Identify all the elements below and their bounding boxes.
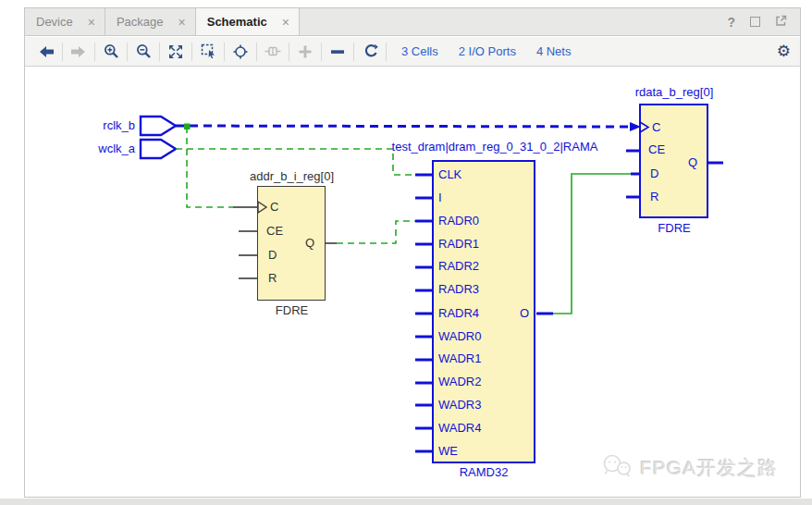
cell-type-addr-reg: FDRE — [258, 304, 326, 317]
zoom-selection-button[interactable] — [192, 40, 224, 64]
watermark-text: FPGA开发之路 — [640, 455, 778, 481]
cells-link[interactable]: 3 Cells — [401, 44, 438, 58]
wechat-logo-icon — [601, 453, 633, 483]
pin-label-rdata-ce: CE — [648, 143, 665, 156]
pin-label-ram-radr3: RADR3 — [438, 283, 479, 296]
autofit-selection-button[interactable] — [225, 40, 256, 64]
add-button[interactable] — [289, 40, 321, 64]
port-label-wclk-a[interactable]: wclk_a — [72, 142, 135, 155]
tab-package[interactable]: Package × — [105, 8, 196, 35]
settings-gear-icon[interactable]: ⚙ — [777, 43, 791, 59]
pin-label-ram-we: WE — [438, 445, 458, 458]
zoom-in-button[interactable] — [95, 40, 127, 64]
pin-label-ram-wadr1: WADR1 — [438, 352, 481, 365]
cell-title-addr-reg: addr_b_i_reg[0] — [234, 170, 350, 183]
pin-label-ram-o: O — [511, 307, 529, 320]
forward-button[interactable] — [63, 40, 94, 64]
nets-link[interactable]: 4 Nets — [536, 44, 572, 58]
expand-cone-button[interactable] — [257, 40, 289, 64]
pin-label-ram-radr2: RADR2 — [438, 260, 479, 273]
tab-device-label: Device — [36, 15, 73, 29]
pin-label-ram-i: I — [438, 191, 442, 204]
regenerate-button[interactable] — [354, 40, 386, 64]
pin-label-rdata-q: Q — [688, 156, 697, 169]
pin-label-addr-q: Q — [305, 237, 314, 250]
pin-label-ram-wadr0: WADR0 — [438, 330, 481, 343]
remove-button[interactable] — [322, 40, 353, 64]
maximize-icon[interactable] — [750, 17, 760, 27]
tab-package-label: Package — [117, 15, 164, 29]
cell-type-rdata-reg: FDRE — [640, 222, 708, 235]
tab-schematic[interactable]: Schematic × — [196, 8, 300, 35]
cell-type-ram: RAMD32 — [432, 466, 535, 479]
tab-bar: Device × Package × Schematic × ? — [25, 8, 800, 36]
pin-label-addr-c: C — [270, 201, 278, 214]
pin-label-rdata-r: R — [650, 191, 658, 203]
panel-window-controls: ? — [727, 8, 800, 35]
zoom-out-button[interactable] — [128, 40, 159, 64]
pin-label-addr-r: R — [268, 272, 277, 285]
pin-label-ram-radr1: RADR1 — [438, 238, 479, 251]
pin-label-ram-radr4: RADR4 — [438, 307, 479, 320]
vivado-schematic-window: Device × Package × Schematic × ? — [0, 0, 812, 505]
help-icon[interactable]: ? — [727, 15, 735, 30]
cell-title-rdata-reg: rdata_b_reg[0] — [627, 86, 721, 99]
schematic-toolbar: 3 Cells 2 I/O Ports 4 Nets ⚙ — [25, 37, 800, 67]
tab-device[interactable]: Device × — [25, 8, 105, 35]
pin-label-addr-ce: CE — [266, 225, 283, 238]
pin-label-ram-wadr4: WADR4 — [438, 422, 481, 435]
bottom-panel-edge — [0, 499, 812, 505]
pin-label-ram-clk: CLK — [438, 168, 461, 181]
tab-schematic-label: Schematic — [207, 15, 267, 29]
pin-label-rdata-d: D — [650, 167, 658, 180]
pin-label-ram-radr0: RADR0 — [438, 215, 479, 228]
zoom-fit-button[interactable] — [160, 40, 191, 64]
pin-label-addr-d: D — [268, 249, 277, 262]
pin-label-rdata-c: C — [652, 121, 660, 134]
toolbar-separator — [386, 43, 387, 61]
pin-label-ram-wadr2: WADR2 — [438, 376, 481, 388]
port-label-rclk-b[interactable]: rclk_b — [72, 119, 135, 132]
tab-device-close-icon[interactable]: × — [88, 16, 95, 29]
tab-schematic-close-icon[interactable]: × — [282, 16, 289, 29]
watermark: FPGA开发之路 — [601, 453, 778, 483]
cell-title-ram: test_dram|dram_reg_0_31_0_2|RAMA — [382, 141, 608, 154]
io-ports-link[interactable]: 2 I/O Ports — [459, 44, 516, 58]
pin-label-ram-wadr3: WADR3 — [438, 399, 481, 412]
float-window-icon[interactable] — [775, 14, 787, 31]
back-button[interactable] — [31, 40, 62, 64]
tab-package-close-icon[interactable]: × — [178, 16, 186, 29]
